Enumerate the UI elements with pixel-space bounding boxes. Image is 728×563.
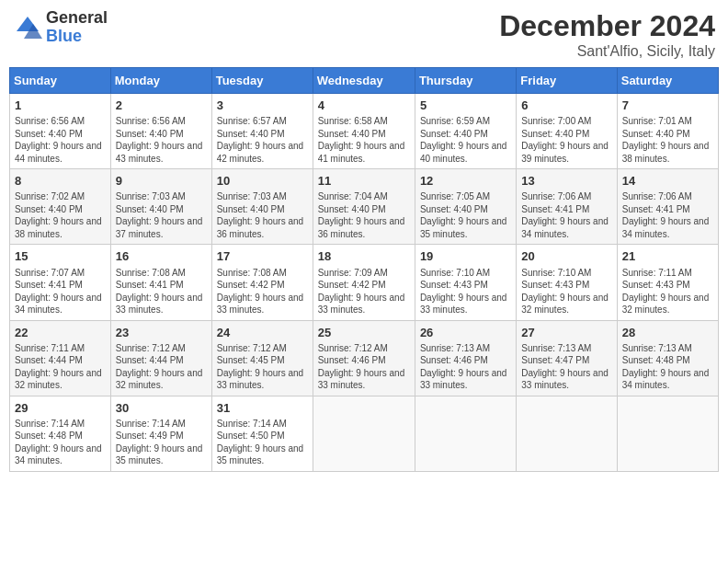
logo: General Blue — [13, 9, 108, 46]
day-info: Sunrise: 7:00 AM Sunset: 4:40 PM Dayligh… — [521, 115, 611, 165]
logo-general-text: General — [46, 9, 108, 28]
calendar-day-cell — [415, 396, 516, 471]
calendar-day-cell: 22Sunrise: 7:11 AM Sunset: 4:44 PM Dayli… — [10, 320, 111, 396]
day-info: Sunrise: 7:10 AM Sunset: 4:43 PM Dayligh… — [521, 267, 611, 316]
day-number: 7 — [622, 98, 713, 114]
title-block: December 2024 Sant'Alfio, Sicily, Italy — [499, 9, 715, 60]
day-info: Sunrise: 7:13 AM Sunset: 4:48 PM Dayligh… — [622, 342, 713, 392]
calendar-day-cell: 29Sunrise: 7:14 AM Sunset: 4:48 PM Dayli… — [10, 396, 111, 471]
logo-text: General Blue — [46, 9, 108, 46]
day-number: 17 — [217, 248, 308, 265]
day-number: 1 — [15, 98, 106, 114]
day-info: Sunrise: 7:10 AM Sunset: 4:43 PM Dayligh… — [420, 267, 511, 316]
calendar-day-cell — [517, 396, 617, 471]
day-number: 22 — [15, 325, 106, 341]
day-info: Sunrise: 7:04 AM Sunset: 4:40 PM Dayligh… — [318, 190, 410, 240]
day-info: Sunrise: 7:14 AM Sunset: 4:50 PM Dayligh… — [217, 418, 308, 467]
calendar-day-cell: 2Sunrise: 6:56 AM Sunset: 4:40 PM Daylig… — [110, 94, 211, 169]
day-number: 25 — [318, 325, 410, 341]
calendar-day-cell: 12Sunrise: 7:05 AM Sunset: 4:40 PM Dayli… — [415, 169, 516, 245]
calendar-day-cell: 16Sunrise: 7:08 AM Sunset: 4:41 PM Dayli… — [110, 245, 211, 320]
day-number: 6 — [521, 98, 611, 114]
calendar-day-cell: 9Sunrise: 7:03 AM Sunset: 4:40 PM Daylig… — [110, 169, 211, 245]
calendar-day-cell: 19Sunrise: 7:10 AM Sunset: 4:43 PM Dayli… — [415, 245, 516, 320]
calendar-day-cell — [313, 396, 415, 471]
day-info: Sunrise: 7:01 AM Sunset: 4:40 PM Dayligh… — [622, 115, 713, 165]
calendar-day-cell: 13Sunrise: 7:06 AM Sunset: 4:41 PM Dayli… — [517, 169, 617, 245]
calendar-day-cell: 5Sunrise: 6:59 AM Sunset: 4:40 PM Daylig… — [415, 94, 516, 169]
calendar-week-row: 15Sunrise: 7:07 AM Sunset: 4:41 PM Dayli… — [10, 245, 719, 320]
weekday-header-row: SundayMondayTuesdayWednesdayThursdayFrid… — [10, 68, 719, 94]
page-header: General Blue December 2024 Sant'Alfio, S… — [9, 9, 719, 60]
day-number: 15 — [15, 248, 106, 265]
day-number: 19 — [420, 248, 511, 265]
day-info: Sunrise: 7:09 AM Sunset: 4:42 PM Dayligh… — [318, 267, 410, 316]
calendar-day-cell: 17Sunrise: 7:08 AM Sunset: 4:42 PM Dayli… — [211, 245, 313, 320]
day-number: 18 — [318, 248, 410, 265]
day-number: 26 — [420, 325, 511, 341]
calendar-day-cell: 10Sunrise: 7:03 AM Sunset: 4:40 PM Dayli… — [211, 169, 313, 245]
day-info: Sunrise: 7:14 AM Sunset: 4:49 PM Dayligh… — [116, 418, 207, 467]
day-info: Sunrise: 7:06 AM Sunset: 4:41 PM Dayligh… — [622, 190, 713, 240]
day-number: 24 — [217, 325, 308, 341]
day-info: Sunrise: 6:59 AM Sunset: 4:40 PM Dayligh… — [420, 115, 511, 165]
day-info: Sunrise: 7:02 AM Sunset: 4:40 PM Dayligh… — [15, 190, 106, 240]
calendar-day-cell: 6Sunrise: 7:00 AM Sunset: 4:40 PM Daylig… — [517, 94, 617, 169]
calendar-day-cell: 15Sunrise: 7:07 AM Sunset: 4:41 PM Dayli… — [10, 245, 111, 320]
day-number: 3 — [217, 98, 308, 114]
day-number: 20 — [521, 248, 611, 265]
day-number: 14 — [622, 173, 713, 190]
logo-blue-text: Blue — [46, 28, 108, 46]
calendar-day-cell: 11Sunrise: 7:04 AM Sunset: 4:40 PM Dayli… — [313, 169, 415, 245]
weekday-header-wednesday: Wednesday — [313, 68, 415, 94]
weekday-header-monday: Monday — [110, 68, 211, 94]
day-info: Sunrise: 7:12 AM Sunset: 4:46 PM Dayligh… — [318, 342, 410, 392]
day-info: Sunrise: 6:57 AM Sunset: 4:40 PM Dayligh… — [217, 115, 308, 165]
logo-icon — [13, 13, 42, 42]
calendar-day-cell: 21Sunrise: 7:11 AM Sunset: 4:43 PM Dayli… — [617, 245, 718, 320]
calendar-table: SundayMondayTuesdayWednesdayThursdayFrid… — [9, 67, 719, 472]
day-info: Sunrise: 7:13 AM Sunset: 4:47 PM Dayligh… — [521, 342, 611, 392]
day-number: 4 — [318, 98, 410, 114]
day-info: Sunrise: 7:05 AM Sunset: 4:40 PM Dayligh… — [420, 190, 511, 240]
day-number: 16 — [116, 248, 207, 265]
calendar-day-cell: 27Sunrise: 7:13 AM Sunset: 4:47 PM Dayli… — [517, 320, 617, 396]
calendar-day-cell: 30Sunrise: 7:14 AM Sunset: 4:49 PM Dayli… — [110, 396, 211, 471]
day-info: Sunrise: 7:13 AM Sunset: 4:46 PM Dayligh… — [420, 342, 511, 392]
day-info: Sunrise: 7:11 AM Sunset: 4:43 PM Dayligh… — [622, 267, 713, 316]
calendar-day-cell: 24Sunrise: 7:12 AM Sunset: 4:45 PM Dayli… — [211, 320, 313, 396]
day-number: 23 — [116, 325, 207, 341]
calendar-week-row: 22Sunrise: 7:11 AM Sunset: 4:44 PM Dayli… — [10, 320, 719, 396]
day-info: Sunrise: 7:06 AM Sunset: 4:41 PM Dayligh… — [521, 190, 611, 240]
calendar-day-cell: 28Sunrise: 7:13 AM Sunset: 4:48 PM Dayli… — [617, 320, 718, 396]
day-number: 11 — [318, 173, 410, 190]
calendar-day-cell: 25Sunrise: 7:12 AM Sunset: 4:46 PM Dayli… — [313, 320, 415, 396]
weekday-header-saturday: Saturday — [617, 68, 718, 94]
day-info: Sunrise: 6:58 AM Sunset: 4:40 PM Dayligh… — [318, 115, 410, 165]
calendar-day-cell: 8Sunrise: 7:02 AM Sunset: 4:40 PM Daylig… — [10, 169, 111, 245]
month-title: December 2024 — [499, 9, 715, 43]
day-info: Sunrise: 7:12 AM Sunset: 4:44 PM Dayligh… — [116, 342, 207, 392]
calendar-day-cell: 14Sunrise: 7:06 AM Sunset: 4:41 PM Dayli… — [617, 169, 718, 245]
day-info: Sunrise: 7:08 AM Sunset: 4:41 PM Dayligh… — [116, 267, 207, 316]
day-number: 21 — [622, 248, 713, 265]
calendar-day-cell: 23Sunrise: 7:12 AM Sunset: 4:44 PM Dayli… — [110, 320, 211, 396]
calendar-day-cell: 3Sunrise: 6:57 AM Sunset: 4:40 PM Daylig… — [211, 94, 313, 169]
day-info: Sunrise: 7:03 AM Sunset: 4:40 PM Dayligh… — [217, 190, 308, 240]
day-number: 27 — [521, 325, 611, 341]
day-info: Sunrise: 7:14 AM Sunset: 4:48 PM Dayligh… — [15, 418, 106, 467]
weekday-header-thursday: Thursday — [415, 68, 516, 94]
day-number: 8 — [15, 173, 106, 190]
location-title: Sant'Alfio, Sicily, Italy — [499, 43, 715, 60]
calendar-day-cell: 18Sunrise: 7:09 AM Sunset: 4:42 PM Dayli… — [313, 245, 415, 320]
calendar-day-cell: 26Sunrise: 7:13 AM Sunset: 4:46 PM Dayli… — [415, 320, 516, 396]
calendar-week-row: 8Sunrise: 7:02 AM Sunset: 4:40 PM Daylig… — [10, 169, 719, 245]
day-number: 10 — [217, 173, 308, 190]
day-number: 30 — [116, 400, 207, 417]
weekday-header-tuesday: Tuesday — [211, 68, 313, 94]
day-info: Sunrise: 7:11 AM Sunset: 4:44 PM Dayligh… — [15, 342, 106, 392]
calendar-day-cell — [617, 396, 718, 471]
day-number: 29 — [15, 400, 106, 417]
day-number: 12 — [420, 173, 511, 190]
day-info: Sunrise: 7:03 AM Sunset: 4:40 PM Dayligh… — [116, 190, 207, 240]
